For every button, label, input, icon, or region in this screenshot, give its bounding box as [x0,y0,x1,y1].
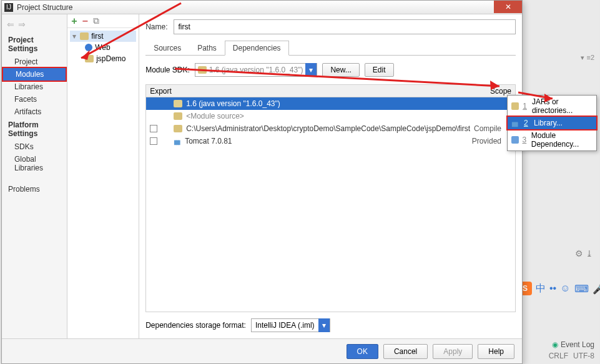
name-label: Name: [145,22,167,31]
nav-forward-icon[interactable]: ⇒ [18,19,26,29]
chevron-down-icon[interactable]: ▾ [318,318,330,332]
storage-format-value: IntelliJ IDEA (.iml) [252,321,318,330]
tree-node-label: jspDemo [96,54,125,63]
gear-icon[interactable]: ⚙ ⤓ [575,248,593,258]
popup-item-hotkey: 2 [524,119,530,127]
dep-row-path[interactable]: C:\Users\Administrator\Desktop\cryptoDem… [146,122,515,135]
popup-item-label: Library... [534,119,563,127]
close-button[interactable]: ✕ [494,1,522,13]
folder-icon [80,32,89,40]
apply-button[interactable]: Apply [433,344,473,359]
left-nav: ⇐ ⇒ Project Settings Project Modules Lib… [2,14,67,338]
folder-icon [174,100,182,107]
nav-item-artifacts[interactable]: Artifacts [2,106,67,118]
dep-row-tomcat[interactable]: Tomcat 7.0.81 Provided ▾ [146,135,515,147]
status-bar: CRLF UTF-8 [549,352,594,360]
export-checkbox[interactable] [150,125,157,132]
module-sdk-combo[interactable]: 1.6 (java version "1.6.0_43") ▾ [195,63,318,77]
nav-item-global-libraries[interactable]: Global Libraries [2,153,67,174]
web-icon [85,44,92,51]
dep-row-label: C:\Users\Administrator\Desktop\cryptoDem… [186,124,470,133]
nav-item-libraries[interactable]: Libraries [2,81,67,93]
tree-node-web[interactable]: Web [70,42,136,53]
cancel-button[interactable]: Cancel [383,344,428,359]
popup-item-hotkey: 1 [523,102,528,111]
col-scope[interactable]: Scope [475,87,515,96]
module-icon [511,136,519,144]
nav-item-problems[interactable]: Problems [2,183,67,195]
sdk-edit-button[interactable]: Edit [365,63,394,77]
tab-dependencies[interactable]: Dependencies [225,41,289,56]
sdk-new-button[interactable]: New... [322,63,359,77]
library-icon [511,119,520,127]
popup-item-label: Module Dependency... [531,131,593,149]
app-icon: IJ [4,3,13,12]
ime-glyph-3[interactable]: ☺ [560,283,570,294]
dep-row-label: Tomcat 7.0.81 [185,137,468,145]
nav-item-modules[interactable]: Modules [2,67,67,82]
dep-row-sdk[interactable]: 1.6 (java version "1.6.0_43") [146,97,515,110]
folder-icon [174,125,182,132]
module-sdk-label: Module SDK: [145,66,190,74]
dep-row-scope[interactable]: Compile [474,124,504,133]
storage-format-label: Dependencies storage format: [145,321,246,330]
add-dependency-popup: 1 JARs or directories... 2 Library... 3 … [507,95,597,151]
tree-add-button[interactable]: + [71,16,77,27]
popup-item-library[interactable]: 2 Library... [506,116,598,130]
ime-glyph-5[interactable]: 🎤 [593,283,600,295]
folder-icon [198,66,207,74]
nav-item-facets[interactable]: Facets [2,93,67,106]
nav-back-icon[interactable]: ⇐ [7,19,14,29]
nav-item-project[interactable]: Project [2,56,67,68]
tree-twisty-icon[interactable]: ▾ [71,32,77,41]
titlebar: IJ Project Structure ✕ [2,1,522,14]
section-platform-settings: Platform Settings [2,118,67,140]
ide-background: ▾ ≡2 ⚙ ⤓ S 中 •• ☺ ⌨ 🎤 ◉Event Log CRLF UT… [524,0,599,364]
tree-remove-button[interactable]: − [82,16,88,27]
module-tabs: Sources Paths Dependencies [145,41,516,56]
section-project-settings: Project Settings [2,33,67,56]
tree-node-first[interactable]: ▾ first [70,31,136,42]
project-structure-dialog: IJ Project Structure ✕ ⇐ ⇒ Project Setti… [1,0,523,364]
chevron-down-icon[interactable]: ▾ [305,63,317,77]
dep-side-toolbar: + − ▲ ▼ ✎ [515,169,516,241]
tree-copy-button[interactable]: ⧉ [93,16,99,26]
dep-row-scope[interactable]: Provided [472,137,504,145]
storage-format-combo[interactable]: IntelliJ IDEA (.iml) ▾ [251,318,330,332]
module-tree: + − ⧉ ▾ first Web jspDemo [67,14,139,338]
rightside-tag: ▾ ≡2 [581,54,594,62]
module-sdk-value: 1.6 (java version "1.6.0_43") [209,66,306,74]
tab-paths[interactable]: Paths [189,41,225,55]
folder-icon [511,102,519,110]
col-export[interactable]: Export [146,87,171,96]
ime-icon-strip: S 中 •• ☺ ⌨ 🎤 [518,282,600,295]
export-checkbox[interactable] [150,137,157,145]
status-encoding: UTF-8 [573,352,594,360]
ime-glyph-4[interactable]: ⌨ [574,283,589,295]
popup-item-label: JARs or directories... [532,97,593,115]
window-title: Project Structure [17,3,72,12]
library-icon [174,137,181,145]
help-button[interactable]: Help [478,344,514,359]
tree-node-label: Web [95,43,110,52]
ime-glyph-2[interactable]: •• [549,283,556,294]
tree-toolbar: + − ⧉ [67,14,139,28]
event-log-button[interactable]: ◉Event Log [552,340,594,349]
popup-item-jars[interactable]: 1 JARs or directories... [508,96,596,117]
module-name-input[interactable] [174,19,516,34]
status-crlf: CRLF [549,352,568,360]
dep-row-module-source[interactable]: <Module source> [146,110,515,122]
folder-icon [174,112,182,120]
ok-button[interactable]: OK [347,344,378,359]
dependencies-table: Export Scope 1.6 (java version "1.6.0_43… [145,84,516,312]
tab-sources[interactable]: Sources [145,41,189,55]
tree-node-jspdemo[interactable]: jspDemo [70,53,136,64]
folder-icon [85,55,94,62]
dep-row-label: 1.6 (java version "1.6.0_43") [186,99,280,108]
nav-item-sdks[interactable]: SDKs [2,140,67,153]
popup-item-hotkey: 3 [523,135,528,144]
module-editor: Name: Sources Paths Dependencies Module … [139,14,522,338]
dep-row-label: <Module source> [186,112,515,121]
popup-item-module-dep[interactable]: 3 Module Dependency... [508,129,596,150]
ime-glyph-1[interactable]: 中 [536,282,546,295]
